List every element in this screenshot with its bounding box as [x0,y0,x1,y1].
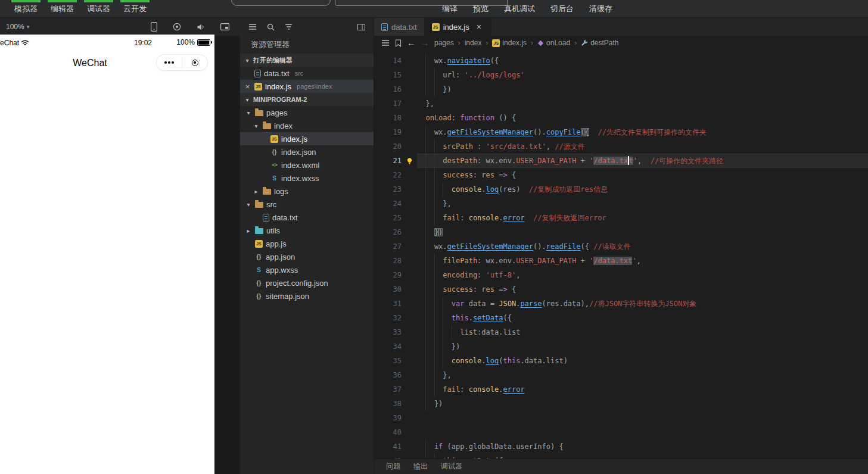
code-line[interactable]: 35console.log(this.data.list) [374,354,868,368]
breadcrumb-item[interactable]: destPath [581,39,618,47]
toolbar-action[interactable]: 真机调试 [504,4,535,14]
filter-icon[interactable] [285,24,293,30]
tree-item[interactable]: {}app.json [240,250,374,263]
code-line[interactable]: 22success: res => { [374,168,868,182]
code-line[interactable]: 18onLoad: function () { [374,111,868,125]
json-file-icon: {} [255,293,263,300]
editor-tab[interactable]: JSindex.js× [425,18,491,36]
back-arrow-icon[interactable]: ← [407,38,415,48]
more-icon[interactable] [157,61,182,64]
glyph-margin [402,339,417,354]
pip-icon[interactable] [220,23,229,30]
tree-item[interactable]: Sapp.wxss [240,263,374,276]
tree-item[interactable]: {}index.json [240,145,374,158]
tree-item[interactable]: ▾pages [240,106,374,119]
bookmark-icon[interactable] [395,39,402,47]
breadcrumb-label: destPath [590,39,618,47]
toolbar-action[interactable]: 切后台 [550,4,574,14]
tree-item[interactable]: {}sitemap.json [240,289,374,303]
open-editor-item[interactable]: ×JSindex.jspages\index [240,80,374,93]
line-number: 29 [374,268,402,282]
glyph-margin [402,425,417,439]
panel-tab[interactable]: 问题 [386,461,400,472]
device-icon[interactable] [151,22,157,32]
code-line[interactable]: 24}, [374,197,868,211]
toolbar-tab[interactable]: 调试器 [87,0,110,18]
code-line[interactable]: 31var data = JSON.parse(res.data),//将JSO… [374,297,868,311]
zoom-select[interactable]: 100% ▾ [6,23,29,31]
exit-target-icon[interactable] [182,60,207,66]
code-line[interactable]: 39 [374,411,868,425]
toolbar-action[interactable]: 预览 [473,4,489,14]
toolbar-action[interactable]: 清缓存 [589,4,612,14]
close-icon[interactable]: × [474,22,484,32]
line-number: 32 [374,311,402,325]
close-icon[interactable]: × [244,82,251,91]
code-line[interactable]: 33list:data.list [374,325,868,339]
tree-item[interactable]: ▾src [240,198,374,211]
toolbar-tab[interactable]: 模拟器 [14,0,38,18]
toolbar-tab[interactable]: 云开发 [123,0,147,18]
tree-item[interactable]: ▸utils [240,224,374,237]
tree-item[interactable]: Sindex.wxss [240,171,374,185]
code-line[interactable]: 37fail: console.error [374,382,868,397]
search-icon[interactable] [267,23,275,31]
code-line[interactable]: 32this.setData({ [374,311,868,325]
tree-item[interactable]: ▸logs [240,185,374,198]
panel-tab[interactable]: 输出 [413,461,428,472]
toolbar-action[interactable]: 编译 [442,4,458,14]
code-line[interactable]: 15url: '../logs/logs' [374,68,868,82]
code-line[interactable]: 41if (app.globalData.userInfo) { [374,439,868,454]
menu-icon[interactable] [248,23,257,30]
volume-icon[interactable] [197,23,205,31]
breadcrumb-item[interactable]: pages [434,39,454,47]
code-line[interactable]: 38}) [374,397,868,411]
code-line[interactable]: 14wx.navigateTo({ [374,54,868,68]
tree-item[interactable]: JSindex.js [240,132,374,145]
project-header[interactable]: ▾ MINIPROGRAM-2 [240,93,374,106]
code-line[interactable]: 17}, [374,96,868,111]
code-line[interactable]: 34}) [374,339,868,354]
code-line[interactable]: 19wx.getFileSystemManager().copyFile({ /… [374,125,868,139]
code-line[interactable]: 20srcPath : 'src/data.txt', //源文件 [374,139,868,154]
tree-item[interactable]: {}project.config.json [240,276,374,289]
code-line[interactable]: 36}, [374,368,868,382]
breadcrumb-item[interactable]: JSindex.js [492,39,527,47]
scene-select[interactable] [231,0,331,6]
toolbar-tab[interactable]: 编辑器 [51,0,74,18]
tree-item[interactable]: JSapp.js [240,237,374,250]
glyph-margin [402,168,417,182]
breadcrumb-item[interactable]: onLoad [537,39,570,47]
code-line[interactable]: 28filePath: wx.env.USER_DATA_PATH + '/da… [374,254,868,268]
code-line[interactable]: 21destPath: wx.env.USER_DATA_PATH + '/da… [374,154,868,168]
split-editor-icon[interactable] [357,24,365,30]
menu-icon[interactable] [381,39,390,46]
forward-arrow-icon[interactable]: → [421,38,429,48]
code-line[interactable]: 29encoding: 'utf-8', [374,268,868,282]
code-line[interactable]: 26}) [374,225,868,239]
json-file-icon: {} [270,149,278,155]
breadcrumb-item[interactable]: index [465,39,482,47]
phone-preview: WeChat 19:02 100% WeChat [0,35,214,474]
code-text [417,425,868,439]
explorer-toolbar [240,18,374,36]
capsule-menu[interactable] [156,54,208,71]
code-line[interactable]: 16}) [374,82,868,96]
code-area[interactable]: 14wx.navigateTo({15url: '../logs/logs'16… [374,50,868,474]
open-editor-item[interactable]: data.txtsrc [240,67,374,80]
panel-tab[interactable]: 调试器 [441,461,462,472]
editor-tab[interactable]: data.txt [374,18,425,36]
code-line[interactable]: 23console.log(res) //复制成功返回res信息 [374,182,868,197]
code-line[interactable]: 30success: res => { [374,282,868,297]
code-line[interactable]: 25fail: console.error //复制失败返回error [374,211,868,225]
open-editors-header[interactable]: ▾ 打开的编辑器 [240,54,374,67]
line-number: 15 [374,68,402,82]
tree-item[interactable]: ▾index [240,119,374,132]
tree-item[interactable]: <>index.wxml [240,158,374,171]
code-text: success: res => { [417,168,868,182]
code-line[interactable]: 27wx.getFileSystemManager().readFile({ /… [374,239,868,254]
code-line[interactable]: 40 [374,425,868,439]
record-icon[interactable] [173,23,181,31]
tree-item[interactable]: data.txt [240,211,374,224]
js-file-icon: JS [432,23,440,31]
